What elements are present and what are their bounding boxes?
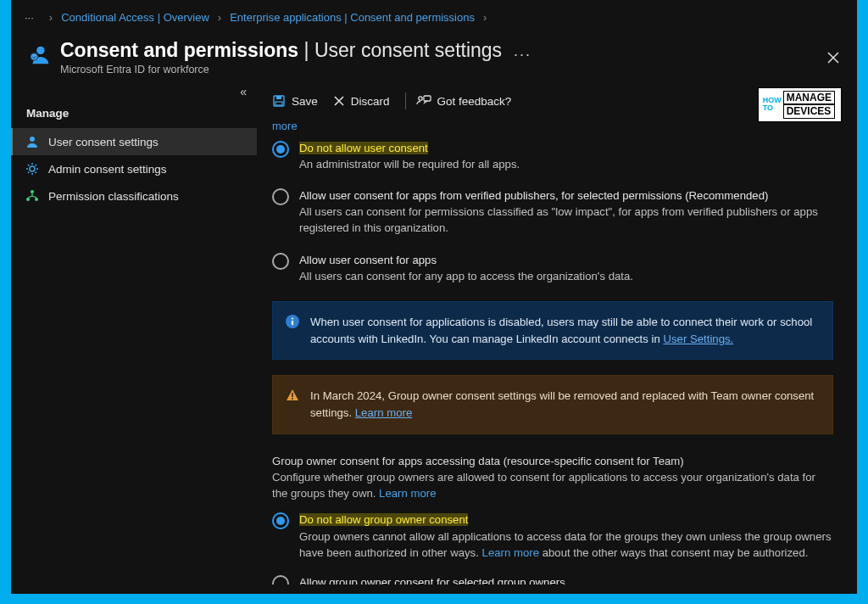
page-header: Consent and permissions | User consent s… [11, 34, 857, 84]
breadcrumb-link-enterprise-apps[interactable]: Enterprise applications | Consent and pe… [230, 11, 475, 24]
svg-point-0 [36, 47, 44, 54]
radio-allow-verified-publishers[interactable] [272, 188, 289, 205]
info-icon [285, 314, 300, 329]
learn-more-link[interactable]: Learn more [355, 406, 412, 419]
svg-rect-16 [276, 96, 281, 99]
sidebar: « Manage User consent settings Admin con… [11, 84, 257, 584]
brand-text: DEVICES [783, 104, 835, 118]
feedback-icon [416, 94, 431, 108]
person-icon [25, 134, 40, 149]
radio-description: Group owners cannot allow all applicatio… [299, 528, 833, 561]
brand-text: MANAGE [783, 91, 835, 104]
radio-description: All users can consent for permissions cl… [299, 204, 833, 236]
consent-icon [26, 42, 52, 68]
toolbar-divider [405, 92, 406, 109]
warning-icon [285, 388, 300, 403]
chevron-right-icon: › [49, 11, 53, 24]
page-subtitle: Microsoft Entra ID for workforce [60, 64, 502, 76]
svg-line-10 [28, 172, 30, 174]
svg-point-18 [418, 97, 421, 100]
sidebar-item-user-consent[interactable]: User consent settings [11, 128, 257, 155]
info-banner: When user consent for applications is di… [272, 301, 833, 361]
svg-line-11 [36, 165, 37, 166]
group-desc-text: Configure whether group owners are allow… [272, 471, 815, 500]
svg-line-9 [36, 172, 37, 174]
radio-label: Do not allow group owner consent [299, 513, 468, 526]
more-link[interactable]: more [272, 120, 298, 132]
radio-desc-post: about the other ways that consent may be… [539, 546, 808, 559]
breadcrumb: ··· › Conditional Access | Overview › En… [11, 0, 857, 34]
radio-label: Allow user consent for apps [299, 252, 633, 268]
sidebar-item-label: Permission classifications [48, 190, 179, 203]
svg-rect-23 [292, 393, 293, 397]
user-settings-link[interactable]: User Settings. [663, 333, 733, 345]
gear-icon [25, 161, 40, 176]
svg-point-3 [30, 166, 35, 171]
chevron-right-icon: › [483, 11, 487, 24]
svg-rect-17 [275, 102, 282, 105]
close-icon [333, 95, 345, 107]
toolbar: Save Discard Got feedback? [257, 84, 857, 118]
group-consent-heading: Group owner consent for apps accessing d… [272, 453, 833, 469]
page-title-strong: Consent and permissions [60, 39, 298, 61]
page-title: Consent and permissions | User consent s… [60, 39, 502, 62]
radio-description: An administrator will be required for al… [299, 156, 520, 172]
save-icon [272, 94, 286, 108]
info-banner-text: When user consent for applications is di… [310, 316, 812, 345]
save-label: Save [292, 95, 318, 108]
hierarchy-icon [25, 188, 40, 204]
svg-rect-21 [292, 321, 293, 325]
svg-point-24 [292, 398, 293, 400]
learn-more-link[interactable]: Learn more [482, 546, 539, 559]
page-title-thin: User consent settings [314, 39, 502, 61]
breadcrumb-overflow[interactable]: ··· [25, 11, 34, 24]
discard-label: Discard [351, 95, 390, 108]
svg-line-8 [28, 165, 30, 166]
radio-allow-selected-group-owners[interactable] [272, 575, 289, 584]
brand-text: TO [763, 104, 782, 112]
group-consent-description: Configure whether group owners are allow… [272, 469, 833, 501]
svg-point-2 [30, 137, 35, 142]
svg-point-13 [26, 198, 30, 201]
svg-point-12 [31, 190, 34, 193]
breadcrumb-link-conditional-access[interactable]: Conditional Access | Overview [61, 11, 209, 24]
collapse-sidebar-button[interactable]: « [240, 85, 247, 98]
svg-point-14 [35, 198, 38, 201]
radio-label: Do not allow user consent [299, 142, 428, 154]
feedback-label: Got feedback? [437, 95, 512, 108]
learn-more-link[interactable]: Learn more [379, 487, 436, 500]
radio-do-not-allow-user-consent[interactable] [272, 141, 289, 158]
watermark-logo: HOW TO MANAGE DEVICES [758, 87, 842, 122]
close-button[interactable] [821, 46, 845, 70]
warning-banner: In March 2024, Group owner consent setti… [272, 375, 833, 434]
save-button[interactable]: Save [272, 94, 318, 108]
radio-description: All users can consent for any app to acc… [299, 268, 633, 284]
radio-label: Allow user consent for apps from verifie… [299, 187, 833, 204]
sidebar-item-label: Admin consent settings [48, 163, 167, 176]
main-content: Save Discard Got feedback? [257, 84, 857, 584]
sidebar-item-admin-consent[interactable]: Admin consent settings [11, 155, 257, 182]
sidebar-item-label: User consent settings [48, 136, 159, 148]
discard-button[interactable]: Discard [333, 95, 390, 108]
sidebar-item-permission-classifications[interactable]: Permission classifications [11, 182, 257, 210]
chevron-right-icon: › [218, 11, 221, 24]
radio-allow-user-consent[interactable] [272, 253, 289, 270]
radio-label: Allow group owner consent for selected g… [299, 574, 565, 584]
svg-point-22 [292, 317, 293, 319]
svg-rect-19 [424, 96, 431, 101]
more-actions-button[interactable]: ··· [514, 46, 531, 64]
radio-do-not-allow-group-owner-consent[interactable] [272, 512, 289, 529]
sidebar-heading-manage: Manage [11, 88, 257, 128]
page-title-sep: | [298, 39, 314, 61]
feedback-button[interactable]: Got feedback? [416, 94, 512, 108]
